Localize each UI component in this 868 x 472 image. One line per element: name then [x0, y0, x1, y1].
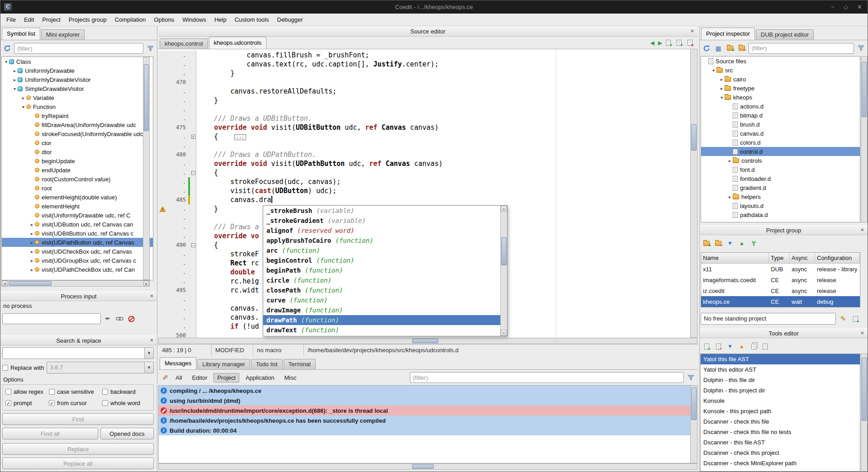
option-backward[interactable]: backward — [102, 388, 151, 396]
tab-mini-explorer[interactable]: Mini explorer — [41, 29, 85, 40]
completion-item[interactable]: drawImage(function) — [263, 305, 500, 315]
symbol-tree-item[interactable]: root(CustomControl value) — [2, 175, 153, 184]
symbol-tree-item[interactable]: beginUpdate — [2, 156, 153, 165]
tab-dub-project-editor[interactable]: DUB project editor — [756, 29, 814, 40]
search-input[interactable] — [3, 348, 144, 359]
expander-icon[interactable]: ▸ — [727, 158, 733, 163]
column-header-async[interactable]: Async — [790, 253, 815, 263]
tool-item[interactable]: Dolphin - this file dir — [701, 375, 860, 385]
symbol-tree-item[interactable]: ▾Function — [2, 102, 153, 111]
symbol-tree-item[interactable]: root — [2, 184, 153, 193]
close-tools-editor-icon[interactable]: ✕ — [859, 330, 865, 336]
tab-library-manager[interactable]: Library manager — [197, 359, 250, 369]
tab-project-inspector[interactable]: Project inspector — [701, 28, 755, 40]
scroll-left-icon[interactable]: ◂ — [2, 281, 8, 286]
files-tree-vscrollbar-thumb[interactable] — [862, 62, 867, 117]
editor-vscrollbar-thumb[interactable] — [691, 124, 697, 151]
code-line[interactable]: . — [158, 105, 697, 114]
menu-item-edit[interactable]: Edit — [20, 14, 38, 25]
menu-item-help[interactable]: Help — [210, 14, 231, 25]
close-source-icon[interactable] — [688, 40, 693, 46]
files-tree-item[interactable]: ▸cairo — [701, 75, 860, 84]
close-button[interactable]: ✕ — [857, 4, 862, 10]
replace-with-checkbox-box[interactable] — [2, 365, 8, 371]
project-filter-input[interactable] — [749, 43, 854, 54]
messages-filter-input[interactable] — [410, 372, 684, 383]
option-whole-word[interactable]: whole word — [102, 400, 151, 407]
scroll-down-icon[interactable]: ▾ — [501, 330, 507, 336]
fold-marker-icon[interactable]: − — [190, 168, 196, 177]
completion-item[interactable]: curve(function) — [263, 295, 500, 305]
tab-messages[interactable]: Messages — [160, 357, 196, 369]
symbol-tree-item[interactable]: ▸UniformlyDrawable — [2, 66, 153, 75]
symbol-tree-item[interactable]: ▸visit(UDGroupBox udc, ref Canvas c — [2, 256, 153, 265]
messages-vscrollbar-thumb[interactable] — [691, 387, 697, 420]
tool-move-up-icon[interactable]: ▲ — [737, 341, 747, 351]
checkbox-from-cursor[interactable]: ✓ — [49, 400, 55, 406]
expander-icon[interactable]: ▾ — [20, 104, 26, 109]
menu-item-projects-group[interactable]: Projects group — [65, 14, 111, 25]
symbol-tree-item[interactable]: ▸UniformlyDrawableVisitor — [2, 75, 153, 84]
column-header-configuration[interactable]: Configuration — [815, 253, 860, 263]
menu-item-windows[interactable]: Windows — [178, 14, 210, 25]
add-tool-icon[interactable] — [702, 341, 711, 351]
opened-docs-button[interactable]: Opened docs — [100, 428, 154, 439]
clone-tool-icon[interactable] — [749, 341, 759, 351]
funnel-icon[interactable] — [145, 43, 155, 53]
clear-messages-icon[interactable]: ✎ — [160, 373, 170, 382]
checkbox-whole-word[interactable] — [102, 400, 108, 406]
completion-item[interactable]: alignof(reserved word) — [263, 226, 500, 236]
expander-icon[interactable]: ▸ — [719, 86, 725, 91]
code-line[interactable]: . strokeFocused(udc, canvas); — [158, 177, 697, 186]
symbol-tree-item[interactable]: ▸visit(UDCheckBox udc, ref Canvas — [2, 247, 153, 256]
completion-item[interactable]: applyBrushToCairo(function) — [263, 236, 500, 245]
tool-item[interactable]: Dolphin - this project dir — [701, 385, 860, 396]
code-line[interactable]: . override void visit(UDPathButton udc, … — [158, 159, 697, 168]
add-source-icon[interactable] — [677, 40, 682, 46]
symbol-tree-hscrollbar[interactable]: ◂ ▸ — [1, 280, 150, 287]
refresh-icon[interactable] — [702, 43, 711, 53]
menu-item-file[interactable]: File — [2, 14, 20, 25]
expander-icon[interactable]: ▸ — [12, 68, 18, 73]
files-tree-item[interactable]: bitmap.d — [701, 111, 860, 120]
expander-icon[interactable]: ▸ — [29, 267, 35, 272]
project-row[interactable]: imageformats.coeditCEasyncrelease — [701, 274, 860, 285]
pipe-icon[interactable] — [114, 314, 124, 324]
code-line[interactable]: . canvas.restoreAllDefaults; — [158, 87, 697, 96]
new-free-project-icon[interactable] — [850, 314, 860, 324]
kill-process-icon[interactable] — [126, 314, 136, 324]
scroll-right-icon[interactable]: ▸ — [143, 281, 149, 286]
code-line[interactable]: 470 — [158, 78, 697, 87]
completion-item[interactable]: drawText(function) — [263, 325, 500, 335]
project-row[interactable]: iz.coeditCEasyncrelease — [701, 285, 860, 296]
nav-forward-icon[interactable]: ▶ — [658, 40, 662, 46]
move-up-icon[interactable]: ▲ — [737, 238, 747, 248]
remove-project-icon[interactable] — [713, 238, 723, 248]
code-line[interactable]: .+ { ... — [158, 132, 697, 141]
run-tool-icon[interactable]: ▶ — [760, 341, 770, 351]
symbol-tree-item[interactable]: tryRepaint — [2, 111, 153, 120]
maximize-button[interactable]: ◇ — [844, 4, 848, 10]
expander-icon[interactable]: ▸ — [29, 222, 35, 227]
option-prompt[interactable]: ✓prompt — [5, 400, 49, 407]
menu-item-debugger[interactable]: Debugger — [273, 14, 307, 25]
expander-icon[interactable]: ▸ — [29, 231, 35, 236]
expander-icon[interactable]: ▾ — [719, 95, 725, 100]
editor-vscrollbar[interactable] — [690, 49, 697, 338]
filter-misc[interactable]: Misc — [281, 373, 300, 382]
tab-todo-list[interactable]: Todo list — [251, 359, 283, 369]
code-line[interactable]: .− { — [158, 168, 697, 177]
scroll-up-icon[interactable]: ▴ — [501, 206, 507, 212]
completion-item[interactable]: _strokeBrush(variable) — [263, 206, 500, 216]
code-line[interactable]: . } — [158, 69, 697, 78]
editor-hscrollbar-thumb[interactable] — [412, 339, 438, 343]
completion-item[interactable]: circle(function) — [263, 275, 500, 285]
tool-item[interactable]: Yatol this editor AST — [701, 364, 860, 375]
symbol-tree-item[interactable]: endUpdate — [2, 165, 153, 175]
code-line[interactable]: 480 /// Draws a UDPathButton. — [158, 150, 697, 159]
fold-marker-icon[interactable]: − — [190, 241, 196, 250]
filter-editor[interactable]: Editor — [188, 373, 211, 382]
completion-item[interactable]: drawPath(function) — [263, 315, 500, 325]
add-folder-icon[interactable] — [725, 43, 735, 53]
expander-icon[interactable]: ▾ — [3, 59, 9, 64]
